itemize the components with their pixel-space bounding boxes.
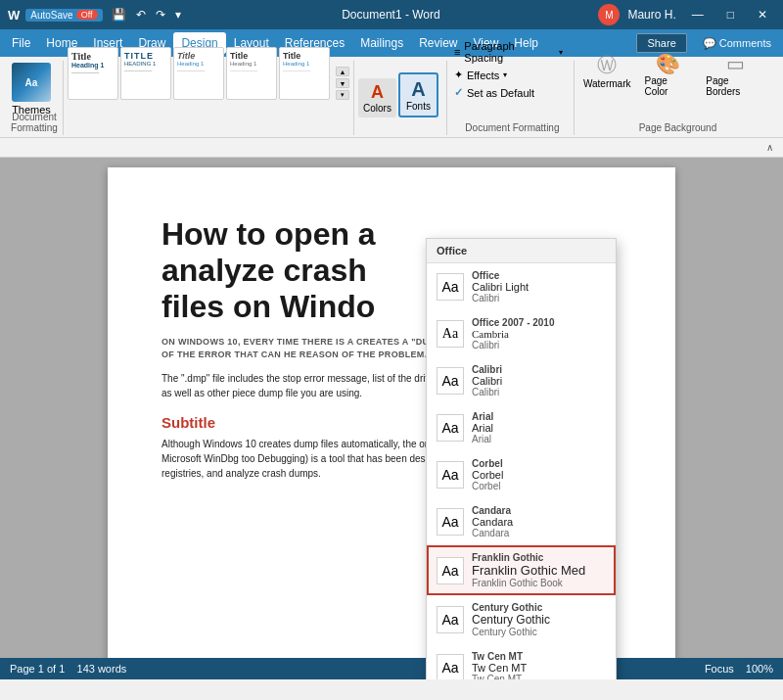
font-preview-office: Aa bbox=[437, 273, 464, 301]
document-wrapper: How to open aanalyze crashfiles on Windo… bbox=[0, 158, 783, 679]
page-color-button[interactable]: 🎨 Page Color bbox=[639, 49, 697, 100]
menu-file[interactable]: File bbox=[4, 32, 38, 54]
style-scroll-down[interactable]: ▼ bbox=[336, 78, 349, 88]
para-spacing-button[interactable]: ≡ Paragraph Spacing ▾ bbox=[451, 39, 566, 65]
page-borders-icon: ▭ bbox=[726, 52, 745, 75]
page-count: Page 1 of 1 bbox=[10, 663, 65, 675]
effects-icon: ✦ bbox=[454, 69, 463, 81]
font-preview-franklin: Aa bbox=[437, 557, 464, 584]
font-preview-century: Aa bbox=[437, 606, 464, 633]
font-item-century[interactable]: Aa Century Gothic Century Gothic Century… bbox=[427, 595, 616, 644]
document-formatting-label2: Document Formatting bbox=[451, 122, 574, 133]
redo-icon[interactable]: ↷ bbox=[153, 7, 168, 23]
font-item-office[interactable]: Aa Office Calibri Light Calibri bbox=[427, 263, 616, 310]
font-item-arial[interactable]: Aa Arial Arial Arial bbox=[427, 404, 616, 451]
colors-button[interactable]: A Colors bbox=[358, 78, 396, 117]
page-color-label: Page Color bbox=[644, 75, 692, 97]
user-name: Mauro H. bbox=[627, 8, 675, 22]
colors-label: Colors bbox=[363, 103, 392, 114]
font-names-century: Century Gothic Century Gothic Century Go… bbox=[472, 602, 550, 637]
title-bar: W AutoSave Off 💾 ↶ ↷ ▾ Document1 - Word … bbox=[0, 0, 783, 29]
font-item-calibri[interactable]: Aa Calibri Calibri Calibri bbox=[427, 357, 616, 404]
status-bar: Page 1 of 1 143 words Focus 100% bbox=[0, 658, 783, 679]
style-thumb-title[interactable]: Title Heading 1 ──────── bbox=[68, 47, 118, 100]
more-qat-icon[interactable]: ▾ bbox=[172, 7, 184, 23]
ribbon: Aa Themes Document Formatting Title Head… bbox=[0, 57, 783, 158]
autosave-toggle[interactable]: Off bbox=[76, 10, 98, 20]
page-borders-label: Page Borders bbox=[706, 75, 764, 97]
para-spacing-icon: ≡ bbox=[454, 46, 460, 58]
close-button[interactable]: ✕ bbox=[750, 6, 775, 23]
style-thumb-title4[interactable]: Title Heading 1 ──────── bbox=[226, 47, 277, 100]
user-avatar: M bbox=[598, 4, 620, 25]
font-preview-corbel: Aa bbox=[437, 461, 464, 489]
set-default-label: Set as Default bbox=[467, 87, 534, 99]
font-item-candara[interactable]: Aa Candara Candara Candara bbox=[427, 498, 616, 545]
font-preview-twcenmt: Aa bbox=[437, 654, 464, 679]
style-thumb-title3[interactable]: Title Heading 1 ──────── bbox=[173, 47, 224, 100]
title-bar-left: W AutoSave Off 💾 ↶ ↷ ▾ bbox=[8, 7, 184, 23]
font-item-twcenmt[interactable]: Aa Tw Cen MT Tw Cen MT Tw Cen MT bbox=[427, 644, 616, 679]
ribbon-content: Aa Themes Document Formatting Title Head… bbox=[0, 57, 783, 137]
doc-styles-area: Title Heading 1 ──────── TITLE HEADING 1… bbox=[68, 47, 330, 117]
menu-mailings[interactable]: Mailings bbox=[352, 32, 411, 54]
dropdown-header: Office bbox=[427, 239, 616, 263]
fonts-dropdown: Office Aa Office Calibri Light Calibri A… bbox=[426, 238, 617, 679]
font-names-candara: Candara Candara Candara bbox=[472, 505, 513, 538]
font-names-arial: Arial Arial Arial bbox=[472, 411, 493, 444]
fonts-label: Fonts bbox=[406, 101, 431, 112]
themes-button[interactable]: Aa Themes bbox=[6, 61, 57, 117]
effects-button[interactable]: ✦ Effects ▾ bbox=[451, 68, 566, 82]
font-names-office2007: Office 2007 - 2010 Cambria Calibri bbox=[472, 317, 555, 350]
font-names-franklin: Franklin Gothic Franklin Gothic Med Fran… bbox=[472, 552, 585, 588]
document-title: Document1 - Word bbox=[184, 8, 599, 22]
effects-label: Effects bbox=[467, 70, 499, 81]
fonts-button[interactable]: A Fonts bbox=[398, 72, 438, 117]
para-section: ≡ Paragraph Spacing ▾ ✦ Effects ▾ ✓ Set … bbox=[451, 61, 575, 135]
font-names-corbel: Corbel Corbel Corbel bbox=[472, 458, 503, 491]
autosave-label: AutoSave bbox=[30, 10, 72, 21]
document-formatting-label: Document Formatting bbox=[6, 112, 63, 133]
font-names-office: Office Calibri Light Calibri bbox=[472, 270, 529, 303]
style-thumb-title5[interactable]: Title Heading 1 ──────── bbox=[279, 47, 330, 100]
font-preview-arial: Aa bbox=[437, 414, 464, 442]
zoom-level: 100% bbox=[746, 663, 773, 675]
style-thumb-title2[interactable]: TITLE HEADING 1 ──────── bbox=[120, 47, 171, 100]
minimize-button[interactable]: — bbox=[684, 6, 712, 23]
font-item-franklin[interactable]: Aa Franklin Gothic Franklin Gothic Med F… bbox=[427, 545, 616, 595]
status-left: Page 1 of 1 143 words bbox=[10, 663, 126, 675]
watermark-icon: Ⓦ bbox=[597, 52, 617, 78]
page-section: Ⓦ Watermark 🎨 Page Color ▭ Page Borders … bbox=[578, 61, 777, 135]
font-preview-candara: Aa bbox=[437, 508, 464, 536]
watermark-label: Watermark bbox=[583, 78, 631, 89]
font-names-calibri: Calibri Calibri Calibri bbox=[472, 364, 502, 397]
para-spacing-arrow: ▾ bbox=[559, 48, 563, 57]
watermark-button[interactable]: Ⓦ Watermark bbox=[578, 49, 636, 100]
themes-section: Aa Themes Document Formatting bbox=[6, 61, 64, 135]
effects-arrow: ▾ bbox=[503, 70, 507, 79]
focus-button[interactable]: Focus bbox=[705, 663, 734, 675]
font-preview-office2007: Aa bbox=[437, 320, 464, 348]
main-area: How to open aanalyze crashfiles on Windo… bbox=[0, 158, 783, 679]
autosave-badge[interactable]: AutoSave Off bbox=[25, 9, 102, 22]
set-default-button[interactable]: ✓ Set as Default bbox=[451, 85, 566, 100]
themes-icon: Aa bbox=[12, 63, 51, 102]
page-color-icon: 🎨 bbox=[656, 52, 680, 75]
font-names-twcenmt: Tw Cen MT Tw Cen MT Tw Cen MT bbox=[472, 651, 527, 679]
para-group: ≡ Paragraph Spacing ▾ ✦ Effects ▾ ✓ Set … bbox=[451, 39, 566, 117]
status-right: Focus 100% bbox=[705, 663, 773, 675]
page-borders-button[interactable]: ▭ Page Borders bbox=[701, 49, 769, 100]
save-icon[interactable]: 💾 bbox=[109, 7, 129, 23]
word-count: 143 words bbox=[77, 663, 127, 675]
style-scroll-up[interactable]: ▲ bbox=[336, 67, 349, 76]
colors-fonts-section: A Colors A Fonts bbox=[358, 61, 447, 135]
page-buttons: Ⓦ Watermark 🎨 Page Color ▭ Page Borders bbox=[578, 49, 769, 117]
font-item-corbel[interactable]: Aa Corbel Corbel Corbel bbox=[427, 451, 616, 498]
title-bar-right: M Mauro H. — □ ✕ bbox=[598, 4, 775, 25]
ribbon-collapse-arrow[interactable]: ∧ bbox=[766, 142, 773, 153]
style-scroll-buttons: ▲ ▼ ▾ bbox=[336, 67, 349, 117]
font-item-office2007[interactable]: Aa Office 2007 - 2010 Cambria Calibri bbox=[427, 310, 616, 357]
style-scroll-more[interactable]: ▾ bbox=[336, 90, 349, 100]
maximize-button[interactable]: □ bbox=[719, 6, 742, 23]
undo-icon[interactable]: ↶ bbox=[133, 7, 149, 23]
